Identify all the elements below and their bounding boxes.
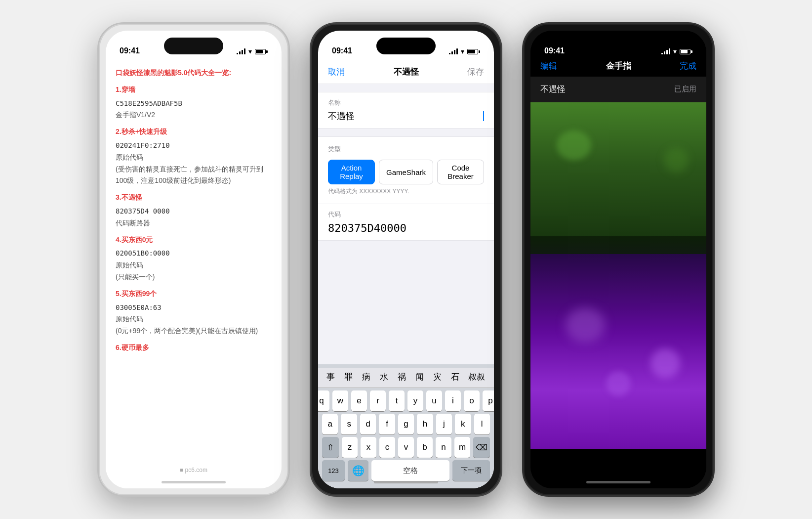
key-r[interactable]: r [370,390,386,411]
keyboard-bottom-row: 123 🌐 空格 下一项 [322,460,490,481]
key-p[interactable]: p [483,390,494,411]
candidate-6[interactable]: 灾 [429,370,446,384]
section-5: 5.买东西99个 03005E0A:63 原始代码 (0元+99个，两个配合完美… [116,288,272,337]
wifi-icon-3: ▾ [673,47,677,55]
key-y[interactable]: y [407,390,423,411]
key-g[interactable]: g [398,414,414,434]
candidate-0[interactable]: 事 [323,370,339,384]
phone-3-title: 金手指 [606,60,631,72]
terrain-bottom [530,254,706,449]
candidate-8[interactable]: 叔叔 [464,370,489,384]
key-v[interactable]: v [398,437,414,458]
name-input[interactable]: 不遇怪 [328,110,483,122]
key-o[interactable]: o [464,390,480,411]
section-2-type: 原始代码 [116,152,272,164]
key-e[interactable]: e [351,390,367,411]
keyboard-row-3: ⇧ z x c v b n m ⌫ [322,437,490,458]
key-k[interactable]: k [455,414,471,434]
edit-button[interactable]: 编辑 [540,60,557,72]
candidate-5[interactable]: 闻 [411,370,428,384]
type-gameshark[interactable]: GameShark [379,160,433,184]
candidate-1[interactable]: 罪 [340,370,357,384]
sprite-blur-4 [650,348,680,378]
form-title: 不遇怪 [394,66,419,78]
key-n[interactable]: n [436,437,451,458]
home-bar-2 [374,481,438,483]
status-time-1: 09:41 [120,46,140,55]
key-next[interactable]: 下一项 [452,460,490,481]
done-button[interactable]: 完成 [680,60,696,72]
key-num[interactable]: 123 [322,460,345,481]
candidate-4[interactable]: 祸 [394,370,410,384]
key-j[interactable]: j [436,414,452,434]
section-5-code: 03005E0A:63 [116,302,272,314]
battery-icon-2 [467,49,480,54]
code-field[interactable]: 代码 820375D40000 [318,204,494,241]
cheat-item-name: 不遇怪 [540,84,566,95]
key-h[interactable]: h [417,414,433,434]
section-1-code: C518E2595ADBAF5B [116,98,272,110]
phone-1: 09:41 ▾ 口袋妖怪漆黑的魅影5.0代码大全一 [97,22,290,497]
cheat-list-item[interactable]: 不遇怪 已启用 [530,77,706,102]
phone-1-screen: 09:41 ▾ 口袋妖怪漆黑的魅影5.0代码大全一 [106,31,282,488]
code-input[interactable]: 820375D40000 [328,222,484,234]
home-bar-1 [162,481,226,483]
section-5-title: 5.买东西99个 [116,288,272,300]
status-time-2: 09:41 [332,46,352,55]
key-c[interactable]: c [379,437,395,458]
key-m[interactable]: m [454,437,470,458]
save-button[interactable]: 保存 [467,66,484,78]
key-shift[interactable]: ⇧ [322,437,339,458]
phone-1-content[interactable]: 口袋妖怪漆黑的魅影5.0代码大全一览: 1.穿墙 C518E2595ADBAF5… [106,59,282,488]
key-l[interactable]: l [474,414,490,434]
battery-icon-1 [255,49,268,54]
key-t[interactable]: t [389,390,405,411]
dynamic-island-2 [376,38,436,54]
battery-icon-3 [680,49,692,54]
wifi-icon-1: ▾ [248,47,252,55]
key-a[interactable]: a [322,414,338,434]
signal-icon-3 [661,48,670,54]
status-time-3: 09:41 [544,46,565,55]
phone-3-content: 编辑 金手指 完成 不遇怪 已启用 [530,31,706,488]
key-w[interactable]: w [332,390,348,411]
key-i[interactable]: i [445,390,461,411]
key-u[interactable]: u [426,390,442,411]
section-4-code: 020051B0:0000 [116,248,272,260]
cheat-item-status: 已启用 [674,85,696,94]
section-2-title: 2.秒杀+快速升级 [116,126,272,138]
key-f[interactable]: f [379,414,395,434]
candidate-3[interactable]: 水 [376,370,392,384]
section-2-code: 020241F0:2710 [116,140,272,152]
phone-3-screen: 09:41 ▾ 编辑 [530,31,706,488]
key-delete[interactable]: ⌫ [473,437,490,458]
phone-2-content: 取消 不遇怪 保存 名称 不遇怪 类型 Action Replay GameSh… [318,59,494,488]
globe-icon[interactable]: 🌐 [348,460,368,481]
candidate-2[interactable]: 病 [358,370,374,384]
cancel-button[interactable]: 取消 [328,66,345,78]
keyboard-row-2: a s d f g h j k l [322,414,490,434]
section-4-type: 原始代码 [116,260,272,271]
key-space[interactable]: 空格 [371,460,449,481]
type-label: 类型 [328,145,484,154]
key-d[interactable]: d [360,414,376,434]
phone-3: 09:41 ▾ 编辑 [522,22,715,497]
section-6-title: 6.硬币最多 [116,342,272,354]
section-3-type: 代码断路器 [116,217,272,229]
key-s[interactable]: s [341,414,357,434]
code-hint: 代码格式为 XXXXXXXX YYYY. [328,187,484,196]
dynamic-island-1 [164,38,223,54]
text-cursor [483,111,484,121]
key-b[interactable]: b [417,437,433,458]
signal-icon-1 [237,48,245,54]
type-action-replay[interactable]: Action Replay [328,160,375,184]
article-title: 口袋妖怪漆黑的魅影5.0代码大全一览: [116,67,272,79]
candidate-7[interactable]: 石 [447,370,463,384]
home-bar-3 [586,481,650,483]
section-5-type: 原始代码 [116,313,272,325]
key-q[interactable]: q [318,390,329,411]
name-field[interactable]: 名称 不遇怪 [318,92,494,129]
key-z[interactable]: z [342,437,358,458]
type-code-breaker[interactable]: Code Breaker [437,160,484,184]
key-x[interactable]: x [361,437,376,458]
